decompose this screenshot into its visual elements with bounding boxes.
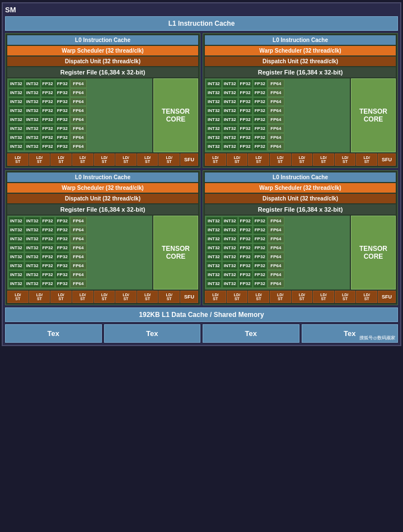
sm-title: SM [5,6,398,14]
int32: INT32 [25,279,40,288]
q1-l0-cache: L0 Instruction Cache [7,35,198,45]
q1-bottom-row: LD/ST LD/ST LD/ST LD/ST LD/ST LD/ST LD/S… [7,153,198,166]
fp32: FP32 [253,262,267,270]
fp32: FP32 [238,244,252,252]
ldst: LD/ST [137,291,158,303]
fp32: FP32 [253,124,267,133]
q4-cu-units: INT32 INT32 FP32 FP32 FP64 INT32 INT32 F… [205,216,350,290]
fp32: FP32 [253,115,267,124]
fp32: FP32 [253,142,267,151]
int32: INT32 [222,226,238,234]
cu-row: INT32 INT32 FP32 FP32 FP64 [206,253,349,261]
fp32: FP32 [55,217,69,225]
tex-4: Tex 搜狐号@数码顽家 [302,324,399,343]
ldst: LD/ST [270,291,291,303]
int32: INT32 [222,80,238,88]
fp64: FP64 [268,279,284,288]
ldst: LD/ST [158,153,180,166]
ldst: LD/ST [72,153,93,166]
ldst: LD/ST [72,291,93,303]
q3-register-file: Register File (16,384 x 32-bit) [7,204,198,214]
ldst: LD/ST [313,291,334,303]
quadrant-grid: L0 Instruction Cache Warp Scheduler (32 … [5,33,398,305]
q4-register-file: Register File (16,384 x 32-bit) [205,204,396,214]
fp32: FP32 [238,235,252,243]
q3-bottom-row: LD/ST LD/ST LD/ST LD/ST LD/ST LD/ST LD/S… [7,291,198,303]
cu-row: INT32 INT32 FP32 FP32 FP64 [8,253,151,261]
int32: INT32 [8,270,24,279]
int32: INT32 [206,217,222,225]
q3-sfu: SFU [180,291,198,303]
ldst: LD/ST [50,291,72,303]
fp64: FP64 [70,97,87,106]
fp32: FP32 [253,226,267,234]
int32: INT32 [222,115,238,124]
int32: INT32 [25,115,40,124]
int32: INT32 [8,106,24,115]
fp32: FP32 [41,279,55,288]
q3-compute-area: INT32 INT32 FP32 FP32 FP64 INT32 INT32 F… [7,216,198,290]
cu-row: INT32 INT32 FP32 FP32 FP64 [8,97,151,106]
fp64: FP64 [70,106,87,115]
fp32: FP32 [55,226,69,234]
fp64: FP64 [268,88,284,97]
fp32: FP32 [238,253,252,261]
q2-register-file: Register File (16,384 x 32-bit) [205,67,396,77]
int32: INT32 [222,217,238,225]
cu-row: INT32 INT32 FP32 FP32 FP64 [206,270,349,279]
cu-row: INT32 INT32 FP32 FP32 FP64 [8,279,151,288]
int32: INT32 [8,115,24,124]
cu-row: INT32 INT32 FP32 FP32 FP64 [206,115,349,124]
ldst: LD/ST [335,153,356,166]
fp32: FP32 [55,270,69,279]
l1-data-cache: 192KB L1 Data Cache / Shared Memory [5,307,398,322]
int32: INT32 [25,124,40,133]
fp32: FP32 [55,97,69,106]
ldst: LD/ST [227,153,248,166]
q4-sfu: SFU [378,291,396,303]
fp32: FP32 [253,244,267,252]
fp64: FP64 [268,106,284,115]
int32: INT32 [25,97,40,106]
q4-compute-area: INT32 INT32 FP32 FP32 FP64 INT32 INT32 F… [205,216,396,290]
int32: INT32 [25,133,40,142]
ldst: LD/ST [335,291,356,303]
int32: INT32 [8,97,24,106]
cu-row: INT32 INT32 FP32 FP32 FP64 [206,142,349,151]
fp32: FP32 [253,80,267,88]
int32: INT32 [206,133,222,142]
cu-row: INT32 INT32 FP32 FP32 FP64 [8,226,151,234]
q1-tensor-core: TENSOR CORE [153,78,198,152]
q3-l0-cache: L0 Instruction Cache [7,172,198,182]
int32: INT32 [222,270,238,279]
sm-container: SM L1 Instruction Cache L0 Instruction C… [2,2,401,346]
int32: INT32 [222,253,238,261]
fp32: FP32 [253,270,267,279]
fp32: FP32 [55,244,69,252]
ldst: LD/ST [29,291,50,303]
int32: INT32 [222,106,238,115]
fp32: FP32 [253,88,267,97]
cu-row: INT32 INT32 FP32 FP32 FP64 [8,235,151,243]
int32: INT32 [206,244,222,252]
fp64: FP64 [268,217,284,225]
fp64: FP64 [70,253,87,261]
ldst: LD/ST [313,153,334,166]
q1-compute-area: INT32 INT32 FP32 FP32 FP64 INT32 INT32 F… [7,78,198,152]
fp64: FP64 [268,253,284,261]
int32: INT32 [8,133,24,142]
int32: INT32 [25,217,40,225]
fp64: FP64 [268,97,284,106]
fp32: FP32 [41,217,55,225]
int32: INT32 [222,244,238,252]
fp32: FP32 [41,115,55,124]
int32: INT32 [25,270,40,279]
ldst: LD/ST [292,153,313,166]
watermark: 搜狐号@数码顽家 [359,335,395,341]
int32: INT32 [8,235,24,243]
fp32: FP32 [238,80,252,88]
q3-cu-units: INT32 INT32 FP32 FP32 FP64 INT32 INT32 F… [7,216,152,290]
fp64: FP64 [70,262,87,270]
ldst: LD/ST [292,291,313,303]
fp32: FP32 [238,262,252,270]
